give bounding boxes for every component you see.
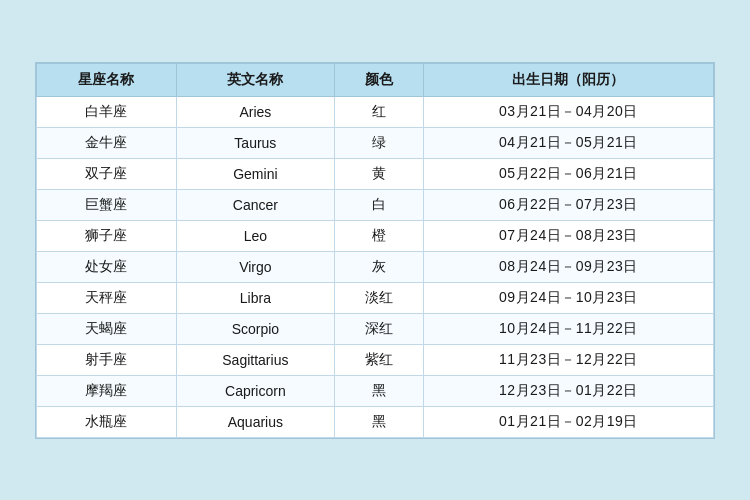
cell-chinese-name: 射手座 (37, 344, 177, 375)
cell-dates: 01月21日－02月19日 (423, 406, 713, 437)
cell-chinese-name: 水瓶座 (37, 406, 177, 437)
cell-chinese-name: 巨蟹座 (37, 189, 177, 220)
cell-dates: 06月22日－07月23日 (423, 189, 713, 220)
cell-chinese-name: 狮子座 (37, 220, 177, 251)
cell-color: 黑 (334, 375, 423, 406)
cell-english-name: Scorpio (176, 313, 334, 344)
cell-dates: 10月24日－11月22日 (423, 313, 713, 344)
cell-english-name: Libra (176, 282, 334, 313)
cell-english-name: Sagittarius (176, 344, 334, 375)
table-row: 处女座Virgo灰08月24日－09月23日 (37, 251, 714, 282)
cell-dates: 04月21日－05月21日 (423, 127, 713, 158)
cell-dates: 08月24日－09月23日 (423, 251, 713, 282)
table-row: 金牛座Taurus绿04月21日－05月21日 (37, 127, 714, 158)
cell-color: 紫红 (334, 344, 423, 375)
cell-color: 黄 (334, 158, 423, 189)
cell-dates: 12月23日－01月22日 (423, 375, 713, 406)
cell-english-name: Taurus (176, 127, 334, 158)
cell-color: 淡红 (334, 282, 423, 313)
cell-dates: 09月24日－10月23日 (423, 282, 713, 313)
cell-english-name: Leo (176, 220, 334, 251)
table-row: 水瓶座Aquarius黑01月21日－02月19日 (37, 406, 714, 437)
cell-color: 绿 (334, 127, 423, 158)
table-row: 射手座Sagittarius紫红11月23日－12月22日 (37, 344, 714, 375)
cell-dates: 05月22日－06月21日 (423, 158, 713, 189)
header-color: 颜色 (334, 63, 423, 96)
cell-english-name: Capricorn (176, 375, 334, 406)
cell-chinese-name: 处女座 (37, 251, 177, 282)
header-english-name: 英文名称 (176, 63, 334, 96)
zodiac-table: 星座名称 英文名称 颜色 出生日期（阳历） 白羊座Aries红03月21日－04… (36, 63, 714, 438)
table-row: 摩羯座Capricorn黑12月23日－01月22日 (37, 375, 714, 406)
cell-color: 深红 (334, 313, 423, 344)
cell-color: 红 (334, 96, 423, 127)
table-row: 白羊座Aries红03月21日－04月20日 (37, 96, 714, 127)
cell-color: 黑 (334, 406, 423, 437)
header-chinese-name: 星座名称 (37, 63, 177, 96)
cell-english-name: Gemini (176, 158, 334, 189)
cell-chinese-name: 金牛座 (37, 127, 177, 158)
cell-chinese-name: 白羊座 (37, 96, 177, 127)
cell-chinese-name: 双子座 (37, 158, 177, 189)
header-birth-date: 出生日期（阳历） (423, 63, 713, 96)
table-row: 狮子座Leo橙07月24日－08月23日 (37, 220, 714, 251)
cell-english-name: Aries (176, 96, 334, 127)
cell-chinese-name: 天蝎座 (37, 313, 177, 344)
table-row: 天蝎座Scorpio深红10月24日－11月22日 (37, 313, 714, 344)
cell-english-name: Virgo (176, 251, 334, 282)
cell-english-name: Aquarius (176, 406, 334, 437)
cell-color: 灰 (334, 251, 423, 282)
table-row: 天秤座Libra淡红09月24日－10月23日 (37, 282, 714, 313)
cell-dates: 11月23日－12月22日 (423, 344, 713, 375)
table-row: 巨蟹座Cancer白06月22日－07月23日 (37, 189, 714, 220)
cell-english-name: Cancer (176, 189, 334, 220)
cell-chinese-name: 天秤座 (37, 282, 177, 313)
table-header-row: 星座名称 英文名称 颜色 出生日期（阳历） (37, 63, 714, 96)
table-body: 白羊座Aries红03月21日－04月20日金牛座Taurus绿04月21日－0… (37, 96, 714, 437)
cell-color: 白 (334, 189, 423, 220)
table-row: 双子座Gemini黄05月22日－06月21日 (37, 158, 714, 189)
zodiac-table-container: 星座名称 英文名称 颜色 出生日期（阳历） 白羊座Aries红03月21日－04… (35, 62, 715, 439)
cell-dates: 03月21日－04月20日 (423, 96, 713, 127)
cell-dates: 07月24日－08月23日 (423, 220, 713, 251)
cell-chinese-name: 摩羯座 (37, 375, 177, 406)
cell-color: 橙 (334, 220, 423, 251)
